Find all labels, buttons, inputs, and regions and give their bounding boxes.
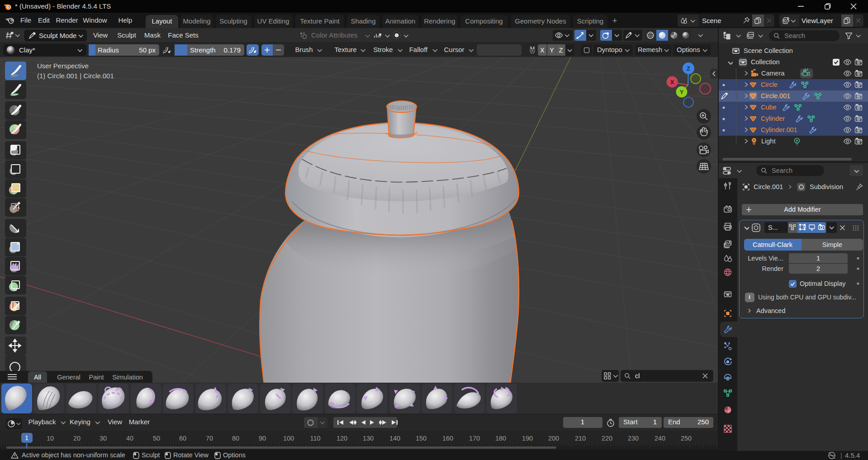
svg-text:X: X — [670, 79, 674, 85]
svg-text:Y: Y — [680, 89, 684, 95]
svg-text:Z: Z — [687, 65, 690, 72]
